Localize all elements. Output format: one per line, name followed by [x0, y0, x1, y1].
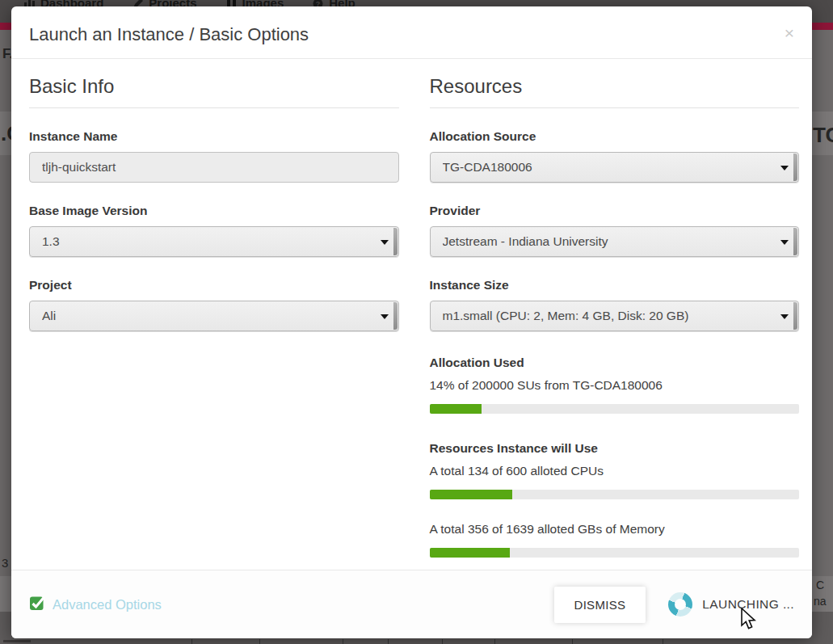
background-text-fragment: [3, 640, 31, 642]
allocation-used-progress-fill: [430, 404, 482, 414]
instance-usage-label: Resources Instance will Use: [430, 441, 800, 456]
allocation-source-label: Allocation Source: [430, 129, 800, 144]
background-text-fragment: na: [814, 595, 827, 608]
launch-button[interactable]: LAUNCHING ...: [668, 592, 794, 617]
advanced-options-link[interactable]: Advanced Options: [29, 595, 162, 614]
background-text-fragment: TO: [813, 123, 833, 148]
basic-info-heading: Basic Info: [29, 75, 399, 108]
project-select[interactable]: Ali: [29, 301, 399, 331]
instance-size-label: Instance Size: [430, 278, 800, 293]
background-table-line: [259, 639, 260, 644]
allocation-used-label: Allocation Used: [430, 356, 800, 370]
project-value: Ali: [42, 309, 56, 323]
resources-heading: Resources: [430, 75, 800, 108]
instance-name-label: Instance Name: [29, 129, 399, 144]
background-table-line: [388, 639, 389, 644]
allocation-source-select[interactable]: TG-CDA180006: [430, 152, 800, 183]
cpu-usage-text: A total 134 of 600 alloted CPUs: [430, 464, 800, 478]
provider-select[interactable]: Jetstream - Indiana University: [430, 226, 800, 257]
modal-footer: Advanced Options DISMISS LAUNCHING ...: [11, 570, 812, 638]
loading-spinner-icon: [668, 592, 692, 617]
close-icon[interactable]: ×: [785, 24, 794, 41]
allocation-used-text: 14% of 200000 SUs from TG-CDA180006: [430, 378, 800, 393]
instance-size-value: m1.small (CPU: 2, Mem: 4 GB, Disk: 20 GB…: [443, 309, 689, 323]
background-table-line: [442, 639, 443, 644]
check-square-icon: [29, 595, 45, 614]
cpu-usage-progress-fill: [430, 490, 512, 499]
base-image-version-select[interactable]: 1.3: [29, 226, 399, 257]
resources-section: Resources Allocation Source TG-CDA180006…: [430, 75, 800, 558]
background-table-line: [191, 639, 192, 644]
background-text-fragment: C: [816, 579, 824, 591]
instance-size-select[interactable]: m1.small (CPU: 2, Mem: 4 GB, Disk: 20 GB…: [430, 301, 800, 331]
cpu-usage-progressbar: [430, 490, 800, 499]
advanced-options-label: Advanced Options: [53, 597, 162, 612]
base-image-version-value: 1.3: [42, 234, 60, 249]
allocation-used-progressbar: [430, 404, 800, 414]
base-image-version-label: Base Image Version: [29, 204, 399, 218]
background-table-line: [343, 639, 343, 644]
provider-label: Provider: [430, 204, 800, 218]
modal-title: Launch an Instance / Basic Options: [29, 24, 794, 45]
background-table-line: [572, 639, 573, 644]
allocation-source-value: TG-CDA180006: [443, 160, 532, 175]
project-label: Project: [29, 278, 399, 293]
launching-label: LAUNCHING ...: [702, 597, 794, 612]
background-table-line: [494, 639, 495, 644]
memory-usage-progress-fill: [430, 548, 510, 558]
launch-instance-modal: Launch an Instance / Basic Options × Bas…: [11, 6, 812, 638]
basic-info-section: Basic Info Instance Name Base Image Vers…: [29, 75, 399, 558]
modal-header: Launch an Instance / Basic Options ×: [11, 6, 812, 59]
memory-usage-text: A total 356 of 1639 alloted GBs of Memor…: [430, 522, 800, 537]
provider-value: Jetstream - Indiana University: [443, 234, 608, 249]
instance-name-input[interactable]: [29, 152, 399, 183]
background-table-line: [663, 639, 663, 644]
dismiss-button[interactable]: DISMISS: [554, 587, 646, 623]
memory-usage-progressbar: [430, 548, 800, 558]
